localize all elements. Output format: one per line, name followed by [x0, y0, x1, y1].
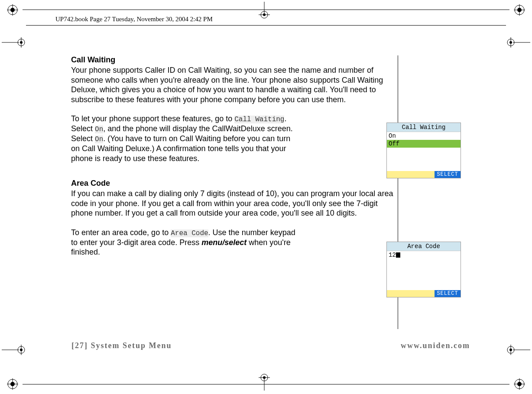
main-content: Call Waiting Your phone supports Caller … [71, 55, 396, 260]
text-fragment: To let your phone support these features… [71, 114, 234, 123]
page-footer: [27] System Setup Menu www.uniden.com [71, 341, 470, 350]
lcd-option-off-selected: Off [387, 140, 461, 148]
crop-mark-icon [504, 341, 530, 360]
menu-label-call-waiting: Call Waiting [234, 116, 284, 123]
footer-right: www.uniden.com [401, 341, 470, 350]
menu-label-on: On [95, 136, 103, 143]
lcd-option-on: On [387, 132, 461, 140]
call-waiting-instructions: To let your phone support these features… [71, 114, 301, 163]
section-heading-area-code: Area Code [71, 179, 396, 188]
lcd-screen-call-waiting: Call Waiting On Off SELECT [386, 123, 461, 178]
crop-mark-icon [2, 341, 28, 360]
crop-mark-icon [249, 373, 279, 392]
menu-label-area-code: Area Code [171, 229, 208, 237]
lcd-title: Area Code [387, 242, 461, 251]
document-header: UP742.book Page 27 Tuesday, November 30,… [55, 16, 213, 23]
crop-mark-icon [249, 2, 279, 21]
registration-target-icon [7, 4, 18, 16]
key-label-menu-select: menu/select [201, 238, 247, 247]
section-heading-call-waiting: Call Waiting [71, 55, 396, 65]
lcd-softkey-select: SELECT [435, 290, 461, 297]
registration-target-icon [7, 378, 18, 390]
registration-target-icon [514, 378, 525, 390]
lcd-title: Call Waiting [387, 123, 461, 132]
menu-label-on: On [95, 126, 103, 133]
text-fragment: To enter an area code, go to [71, 228, 171, 237]
footer-left: [27] System Setup Menu [71, 341, 172, 350]
area-code-instructions: To enter an area code, go to Area Code. … [71, 228, 301, 257]
call-waiting-description: Your phone supports Caller ID on Call Wa… [71, 65, 396, 104]
registration-target-icon [514, 4, 525, 16]
lcd-screen-area-code: Area Code 12 SELECT [386, 242, 461, 297]
crop-mark-icon [2, 34, 28, 53]
lcd-input-value: 12 [387, 251, 461, 259]
cursor-icon [396, 252, 400, 258]
header-rule [26, 25, 506, 26]
crop-mark-icon [504, 34, 530, 53]
lcd-input-text: 12 [389, 252, 396, 258]
lcd-softkey-left [387, 171, 435, 178]
lcd-softkey-select: SELECT [435, 171, 461, 178]
lcd-softkey-left [387, 290, 435, 297]
area-code-description: If you can make a call by dialing only 7… [71, 189, 396, 218]
text-fragment: . (You have to turn on Call Waiting befo… [71, 134, 290, 163]
